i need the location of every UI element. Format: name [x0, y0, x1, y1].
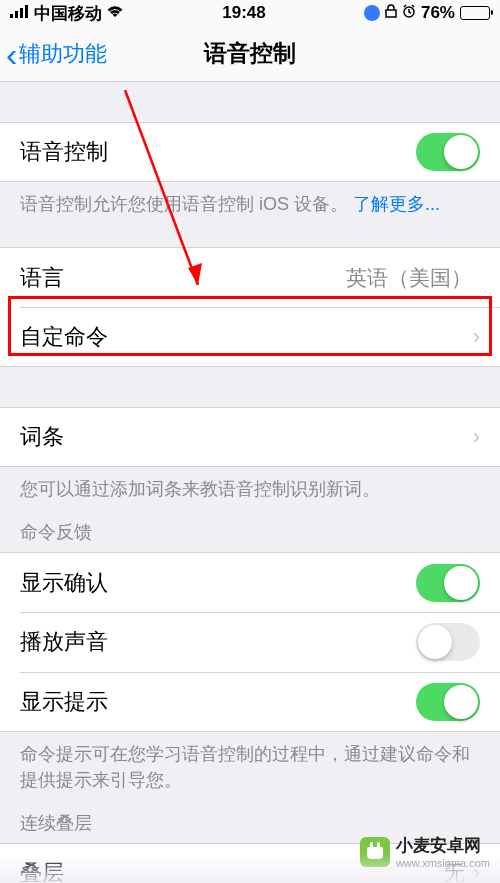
custom-commands-label: 自定命令 — [20, 322, 108, 352]
status-bar: 中国移动 19:48 76% — [0, 0, 500, 26]
play-sound-label: 播放声音 — [20, 627, 108, 657]
vocabulary-label: 词条 — [20, 422, 64, 452]
learn-more-link[interactable]: 了解更多... — [353, 194, 440, 214]
voice-control-toggle[interactable] — [416, 133, 480, 171]
battery-icon — [460, 6, 490, 20]
svg-rect-1 — [15, 11, 18, 18]
show-hints-label: 显示提示 — [20, 687, 108, 717]
battery-percent: 76% — [421, 3, 455, 23]
language-cell[interactable]: 语言 英语（美国） — [0, 247, 500, 307]
voice-control-footer: 语音控制允许您使用语音控制 iOS 设备。 了解更多... — [0, 182, 500, 217]
svg-rect-2 — [20, 8, 23, 18]
show-confirm-toggle[interactable] — [416, 564, 480, 602]
svg-rect-0 — [10, 14, 13, 18]
voice-control-label: 语音控制 — [20, 137, 108, 167]
play-sound-cell: 播放声音 — [0, 612, 500, 672]
watermark-logo-icon — [360, 837, 390, 867]
overlay-label: 叠层 — [20, 858, 64, 883]
status-left: 中国移动 — [10, 2, 124, 25]
microphone-indicator-icon — [364, 5, 380, 21]
feedback-header: 命令反馈 — [0, 502, 500, 552]
status-right: 76% — [364, 3, 490, 23]
watermark: 小麦安卓网 www.xmsigma.com — [360, 834, 490, 869]
vocabulary-footer: 您可以通过添加词条来教语音控制识别新词。 — [0, 467, 500, 502]
signal-icon — [10, 3, 30, 23]
custom-commands-cell[interactable]: 自定命令 › — [0, 307, 500, 367]
show-confirm-cell: 显示确认 — [0, 552, 500, 612]
watermark-url: www.xmsigma.com — [396, 857, 490, 869]
carrier-label: 中国移动 — [34, 2, 102, 25]
back-button[interactable]: ‹ 辅助功能 — [0, 37, 107, 71]
show-hints-cell: 显示提示 — [0, 672, 500, 732]
alarm-icon — [402, 3, 416, 23]
back-label: 辅助功能 — [19, 39, 107, 69]
nav-header: ‹ 辅助功能 语音控制 — [0, 26, 500, 82]
lock-icon — [385, 3, 397, 23]
svg-rect-3 — [25, 5, 28, 18]
feedback-footer: 命令提示可在您学习语音控制的过程中，通过建议命令和提供提示来引导您。 — [0, 732, 500, 792]
show-confirm-label: 显示确认 — [20, 568, 108, 598]
show-hints-toggle[interactable] — [416, 683, 480, 721]
language-value: 英语（美国） — [346, 264, 472, 292]
wifi-icon — [106, 3, 124, 23]
chevron-left-icon: ‹ — [6, 37, 17, 71]
chevron-right-icon: › — [473, 424, 480, 450]
language-label: 语言 — [20, 263, 64, 293]
status-time: 19:48 — [222, 3, 265, 23]
chevron-right-icon: › — [473, 324, 480, 350]
vocabulary-cell[interactable]: 词条 › — [0, 407, 500, 467]
voice-control-cell: 语音控制 — [0, 122, 500, 182]
watermark-name: 小麦安卓网 — [396, 836, 481, 855]
play-sound-toggle[interactable] — [416, 623, 480, 661]
